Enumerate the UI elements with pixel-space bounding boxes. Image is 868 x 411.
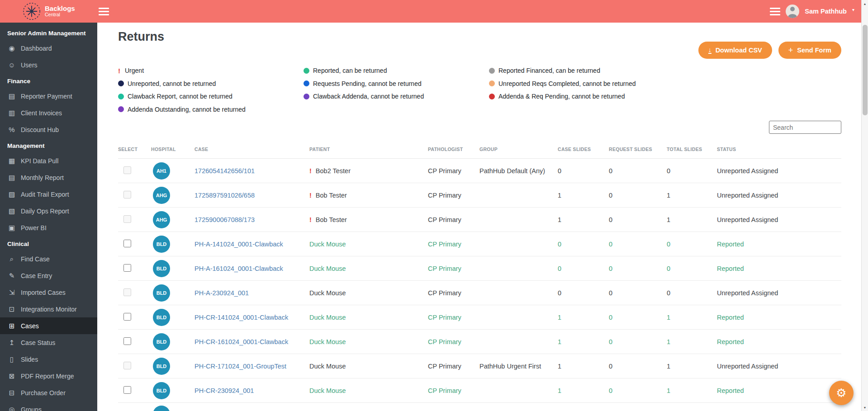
table-row: AHG1725900067088/173!Bob TesterCP Primar… — [118, 208, 841, 232]
pathologist-name: CP Primary — [428, 305, 479, 330]
table-row: BLDPH-CR-171024_001-GroupTestDuck MouseC… — [118, 354, 841, 378]
user-name[interactable]: Sam Pathhub — [805, 8, 847, 15]
total-slides-count: 1 — [667, 183, 717, 208]
hospital-cell: BLD — [151, 281, 194, 305]
pathologist-name: CP Primary — [428, 281, 479, 305]
brand-logo[interactable]: Backlogs Central — [23, 2, 75, 20]
sidebar-item-dashboard[interactable]: ◉Dashboard — [0, 40, 97, 57]
sidebar-item-users[interactable]: ☺Users — [0, 57, 97, 73]
status-dot-icon — [489, 68, 495, 74]
search-input[interactable] — [769, 121, 841, 134]
row-select-checkbox — [123, 166, 131, 174]
table-row: BLDPH-A-161024_0001-ClawbackDuck MouseCP… — [118, 256, 841, 281]
sidebar-item-kpi-data-pull[interactable]: ▦KPI Data Pull — [0, 152, 97, 169]
case-link[interactable]: PH-CR-161024_0001-Clawback — [194, 338, 288, 345]
sidebar-toggle-icon[interactable] — [99, 8, 109, 15]
sidebar-item-cases[interactable]: ⊞Cases — [0, 317, 97, 334]
case-status-icon: ↥ — [7, 338, 16, 347]
sidebar-item-purchase-order[interactable]: ⊟Purchase Order — [0, 384, 97, 401]
status-dot-icon — [118, 80, 124, 86]
total-slides-count: 0 — [667, 159, 717, 183]
sidebar-item-discount-hub[interactable]: %Discount Hub — [0, 121, 97, 138]
patient-cell: !Bob Tester — [309, 208, 428, 232]
sidebar-item-imported-cases[interactable]: ⇲Imported Cases — [0, 284, 97, 301]
row-select-checkbox[interactable] — [123, 313, 131, 321]
patient-cell: Duck Mouse — [309, 281, 428, 305]
patient-cell: Duck Mouse — [309, 378, 428, 403]
hospital-badge: AH1 — [153, 162, 170, 180]
case-link[interactable]: 1726054142656/101 — [194, 167, 255, 175]
sidebar-item-pdf-report-merge[interactable]: ⊠PDF Report Merge — [0, 368, 97, 384]
case-link[interactable]: PH-CR-171024_001-GroupTest — [194, 363, 286, 370]
row-select-checkbox[interactable] — [123, 337, 131, 345]
sidebar-item-case-entry[interactable]: ✎Case Entry — [0, 267, 97, 284]
select-cell — [118, 159, 151, 183]
sidebar-item-label: Groups — [21, 405, 42, 411]
hospital-badge: BLD — [153, 260, 170, 277]
hospital-badge: AHG — [153, 187, 170, 204]
case-link[interactable]: 1725897591026/658 — [194, 192, 255, 199]
scroll-up-icon[interactable]: ▲ — [862, 0, 868, 7]
row-select-checkbox — [123, 191, 131, 198]
select-cell — [118, 305, 151, 330]
purchase-order-icon: ⊟ — [7, 388, 16, 397]
settings-fab-button[interactable]: ⚙ — [829, 381, 854, 405]
hospital-cell: BLD — [151, 354, 194, 378]
hospital-cell: BLD — [151, 232, 194, 256]
group-name — [479, 183, 558, 208]
patient-cell: Duck Mouse — [309, 256, 428, 281]
sidebar-item-reporter-payment[interactable]: ▤Reporter Payment — [0, 88, 97, 104]
column-header-patient: PATIENT — [309, 140, 428, 159]
patient-name: Duck Mouse — [309, 363, 346, 370]
hospital-badge: AHG — [153, 211, 170, 228]
slides-icon: ▯ — [7, 355, 16, 364]
status-dot-icon — [489, 80, 495, 86]
hospital-cell: BLD — [151, 378, 194, 403]
status-text: Reported — [717, 378, 841, 403]
case-link[interactable]: PH-A-230924_001 — [194, 289, 249, 297]
row-select-checkbox[interactable] — [123, 264, 131, 272]
plus-icon: + — [788, 46, 793, 54]
chevron-down-icon[interactable]: ▾ — [852, 7, 854, 12]
sidebar-item-audit-trail-export[interactable]: ▨Audit Trail Export — [0, 186, 97, 203]
header-menu-icon[interactable] — [770, 8, 780, 15]
sidebar-item-find-case[interactable]: ⌕Find Case — [0, 250, 97, 267]
send-form-button[interactable]: + Send Form — [778, 42, 841, 59]
download-csv-label: Download CSV — [716, 47, 762, 54]
user-avatar[interactable] — [786, 5, 799, 18]
status-text: Reported — [717, 330, 841, 354]
select-cell — [118, 403, 151, 411]
top-header: Backlogs Central Sam Pathhub ▾ — [0, 0, 868, 23]
status-dot-icon — [489, 94, 495, 99]
scroll-down-icon[interactable]: ▼ — [862, 404, 868, 411]
sidebar-item-daily-ops-report[interactable]: ▧Daily Ops Report — [0, 203, 97, 219]
case-link[interactable]: PH-CR-141024_0001-Clawback — [194, 314, 288, 321]
sidebar-item-monthly-report[interactable]: ▤Monthly Report — [0, 169, 97, 186]
sidebar-item-slides[interactable]: ▯Slides — [0, 351, 97, 368]
sidebar-item-power-bi[interactable]: ▣Power BI — [0, 219, 97, 236]
legend-label: Addenda Outstanding, cannot be returned — [128, 106, 246, 113]
status-text: Unreported Assigned — [717, 159, 841, 183]
case-link[interactable]: 1725900067088/173 — [194, 216, 255, 223]
patient-name: Duck Mouse — [309, 241, 346, 248]
case-link[interactable]: PH-A-141024_0001-Clawback — [194, 241, 283, 248]
scrollbar[interactable]: ▲ ▼ — [861, 0, 868, 411]
table-row: BLDPH-CR-230924_001Duck MouseCP Primary1… — [118, 378, 841, 403]
sidebar-item-case-status[interactable]: ↥Case Status — [0, 334, 97, 351]
legend-label: Clawback Addenda, cannot be returned — [313, 93, 424, 100]
table-header-row: SELECTHOSPITALCASEPATIENTPATHOLOGISTGROU… — [118, 140, 841, 159]
sidebar-item-groups[interactable]: ◎Groups — [0, 401, 97, 411]
case-link[interactable]: PH-CR-230924_001 — [194, 387, 254, 394]
download-csv-button[interactable]: ↓ Download CSV — [698, 42, 772, 59]
row-select-checkbox[interactable] — [123, 240, 131, 247]
row-select-checkbox[interactable] — [123, 386, 131, 394]
column-header-group: GROUP — [479, 140, 558, 159]
sidebar-item-client-invoices[interactable]: ▥Client Invoices — [0, 104, 97, 121]
case-link[interactable]: PH-A-161024_0001-Clawback — [194, 265, 283, 272]
legend-item-addenda-outstanding-cannot-be-returned: Addenda Outstanding, cannot be returned — [118, 103, 304, 116]
pathologist-name: CP Primary — [428, 159, 479, 183]
sidebar-item-integrations-monitor[interactable]: ⊡Integrations Monitor — [0, 301, 97, 317]
scrollbar-thumb[interactable] — [863, 25, 868, 115]
pathologist-name: CP Primary — [428, 208, 479, 232]
case-slides-count: 1 — [558, 305, 609, 330]
